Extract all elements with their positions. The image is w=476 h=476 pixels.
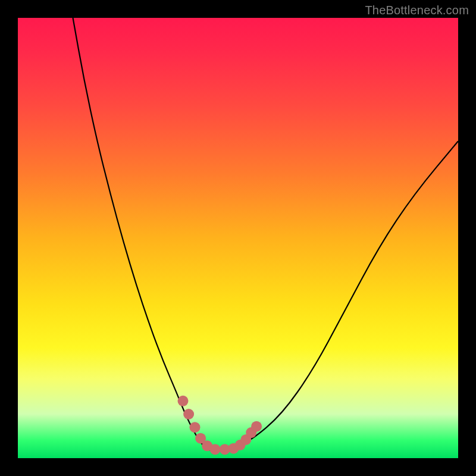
chart-stage: TheBottleneck.com bbox=[0, 0, 476, 476]
watermark-text: TheBottleneck.com bbox=[365, 4, 469, 17]
highlight-marker bbox=[210, 444, 221, 455]
highlight-marker bbox=[189, 422, 200, 433]
highlight-marker bbox=[251, 421, 262, 432]
highlight-markers bbox=[18, 18, 458, 458]
plot-area bbox=[18, 18, 458, 458]
highlight-marker bbox=[178, 396, 189, 406]
highlight-marker bbox=[183, 409, 194, 419]
